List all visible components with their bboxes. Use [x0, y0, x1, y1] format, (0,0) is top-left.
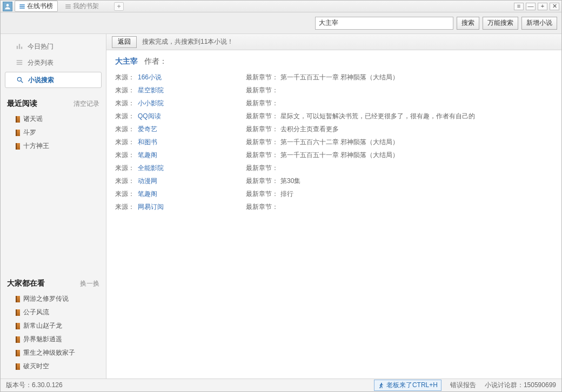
- main-content: 返回 搜索完成，共搜索到11本小说！ 大主宰 作者： 来源：166小说最新章节：…: [106, 34, 561, 379]
- chapter-label: 最新章节：: [246, 86, 280, 95]
- statusbar: 版本号：6.30.0.126 老板来了CTRL+H 错误报告 小说讨论群：150…: [1, 379, 561, 391]
- source-name[interactable]: 笔趣阁: [138, 151, 246, 160]
- sidebar-item-label: 今日热门: [28, 42, 53, 51]
- source-label: 来源：: [115, 112, 138, 121]
- bar-chart-icon: [16, 43, 23, 50]
- maximize-button[interactable]: +: [538, 3, 547, 10]
- book-name: 十方神王: [23, 141, 49, 151]
- sidebar-item-category[interactable]: 分类列表: [1, 55, 106, 71]
- source-row[interactable]: 来源：爱奇艺最新章节：去积分主页查看更多: [115, 123, 553, 136]
- list-item[interactable]: 破灭时空: [6, 360, 101, 373]
- avatar-icon[interactable]: [3, 2, 12, 11]
- everyone-reading-section: 大家都在看 换一换 网游之修罗传说公子风流新常山赵子龙异界魅影逍遥重生之神级败家…: [1, 276, 106, 373]
- list-item[interactable]: 十方神王: [6, 139, 101, 153]
- source-row[interactable]: 来源：小小影院最新章节：: [115, 97, 553, 110]
- sidebar-item-today-hot[interactable]: 今日热门: [1, 38, 106, 55]
- recent-read-section: 最近阅读 清空记录 诸天谣斗罗十方神王: [1, 97, 106, 153]
- source-label: 来源：: [115, 202, 138, 212]
- clear-records-link[interactable]: 清空记录: [73, 99, 99, 109]
- section-title: 最近阅读: [7, 99, 37, 109]
- list-item[interactable]: 斗罗: [6, 126, 101, 139]
- chapter-value: 去积分主页查看更多: [280, 125, 553, 134]
- add-novel-button[interactable]: 新增小说: [521, 17, 557, 30]
- source-label: 来源：: [115, 138, 138, 147]
- sidebar-item-search[interactable]: 小说搜索: [5, 72, 102, 88]
- chapter-value: 排行: [280, 190, 553, 199]
- chapter-value: 第30集: [280, 177, 553, 186]
- tab-online-ranking[interactable]: 在线书榜: [15, 1, 58, 12]
- svg-rect-5: [17, 62, 23, 63]
- tab-label: 在线书榜: [27, 2, 53, 11]
- list-icon: [16, 59, 23, 66]
- list-item[interactable]: 异界魅影逍遥: [6, 333, 101, 346]
- super-search-button[interactable]: 万能搜索: [483, 17, 518, 30]
- source-name[interactable]: 全能影院: [138, 164, 246, 173]
- run-icon: [378, 382, 384, 389]
- chapter-label: 最新章节：: [246, 99, 280, 108]
- search-icon: [16, 76, 24, 84]
- svg-rect-2: [19, 44, 20, 49]
- tab-my-shelf[interactable]: 我的书架: [61, 1, 103, 11]
- tab-add-button[interactable]: +: [114, 2, 124, 11]
- source-label: 来源：: [115, 177, 138, 186]
- search-button[interactable]: 搜索: [457, 17, 479, 30]
- search-input[interactable]: [315, 17, 453, 30]
- novel-title[interactable]: 大主宰: [115, 57, 138, 65]
- source-name[interactable]: 和图书: [138, 138, 246, 147]
- error-report-link[interactable]: 错误报告: [450, 381, 476, 390]
- source-name[interactable]: QQ阅读: [138, 112, 246, 121]
- list-icon: [65, 4, 71, 9]
- source-name[interactable]: 166小说: [138, 73, 246, 82]
- titlebar: 在线书榜 我的书架 + ≡ — + ✕: [1, 1, 561, 12]
- source-row[interactable]: 来源：和图书最新章节：第一千五百六十二章 邪神陨落（大结局）: [115, 136, 553, 148]
- book-icon: [16, 296, 20, 302]
- svg-rect-3: [21, 47, 22, 49]
- settings-icon[interactable]: ≡: [514, 3, 524, 10]
- source-label: 来源：: [115, 86, 138, 95]
- book-icon: [16, 363, 20, 370]
- source-name[interactable]: 动漫网: [138, 177, 246, 186]
- list-item[interactable]: 公子风流: [6, 306, 101, 319]
- discussion-group: 小说讨论群：150590699: [485, 381, 556, 390]
- close-button[interactable]: ✕: [550, 3, 559, 10]
- source-name[interactable]: 星空影院: [138, 86, 246, 95]
- list-item[interactable]: 网游之修罗传说: [6, 292, 101, 306]
- sidebar: 今日热门 分类列表 小说搜索 最近阅读 清空记录 诸天谣斗罗十方神王: [1, 34, 106, 379]
- source-name[interactable]: 小小影院: [138, 99, 246, 108]
- source-row[interactable]: 来源：笔趣阁最新章节：第一千五百五十一章 邪神陨落（大结局）: [115, 148, 553, 161]
- back-button[interactable]: 返回: [112, 36, 137, 48]
- source-row[interactable]: 来源：全能影院最新章节：: [115, 161, 553, 174]
- chapter-value: 第一千五百五十一章 邪神陨落（大结局）: [280, 151, 553, 160]
- source-row[interactable]: 来源：QQ阅读最新章节：星际文，可以短暂解决书荒，已经更很多了，很有趣，作者有自…: [115, 110, 553, 123]
- list-item[interactable]: 重生之神级败家子: [6, 346, 101, 360]
- source-row[interactable]: 来源：166小说最新章节：第一千五百五十一章 邪神陨落（大结局）: [115, 71, 553, 84]
- source-label: 来源：: [115, 190, 138, 199]
- source-row[interactable]: 来源：动漫网最新章节：第30集: [115, 174, 553, 187]
- source-label: 来源：: [115, 99, 138, 108]
- source-row[interactable]: 来源：网易订阅最新章节：: [115, 200, 553, 213]
- book-name: 异界魅影逍遥: [23, 335, 62, 344]
- chapter-value: 星际文，可以短暂解决书荒，已经更很多了，很有趣，作者有自己的: [280, 112, 553, 121]
- source-label: 来源：: [115, 73, 138, 82]
- source-row[interactable]: 来源：星空影院最新章节：: [115, 84, 553, 97]
- svg-line-8: [21, 81, 23, 83]
- chapter-label: 最新章节：: [246, 202, 280, 212]
- minimize-button[interactable]: —: [526, 3, 536, 10]
- source-name[interactable]: 爱奇艺: [138, 125, 246, 134]
- sidebar-item-label: 小说搜索: [28, 76, 54, 85]
- source-row[interactable]: 来源：笔趣阁最新章节：排行: [115, 187, 553, 200]
- search-row: 搜索 万能搜索 新增小说: [1, 12, 561, 34]
- chapter-label: 最新章节：: [246, 151, 280, 160]
- source-label: 来源：: [115, 125, 138, 134]
- swap-link[interactable]: 换一换: [80, 279, 99, 288]
- section-title: 大家都在看: [7, 279, 45, 288]
- source-name[interactable]: 笔趣阁: [138, 190, 246, 199]
- book-icon: [16, 336, 20, 343]
- boss-key-button[interactable]: 老板来了CTRL+H: [374, 380, 441, 391]
- list-item[interactable]: 诸天谣: [6, 112, 101, 126]
- list-item[interactable]: 新常山赵子龙: [6, 319, 101, 333]
- chapter-label: 最新章节：: [246, 73, 280, 82]
- svg-point-0: [6, 4, 9, 6]
- result-header: 返回 搜索完成，共搜索到11本小说！: [106, 34, 561, 50]
- source-name[interactable]: 网易订阅: [138, 202, 246, 212]
